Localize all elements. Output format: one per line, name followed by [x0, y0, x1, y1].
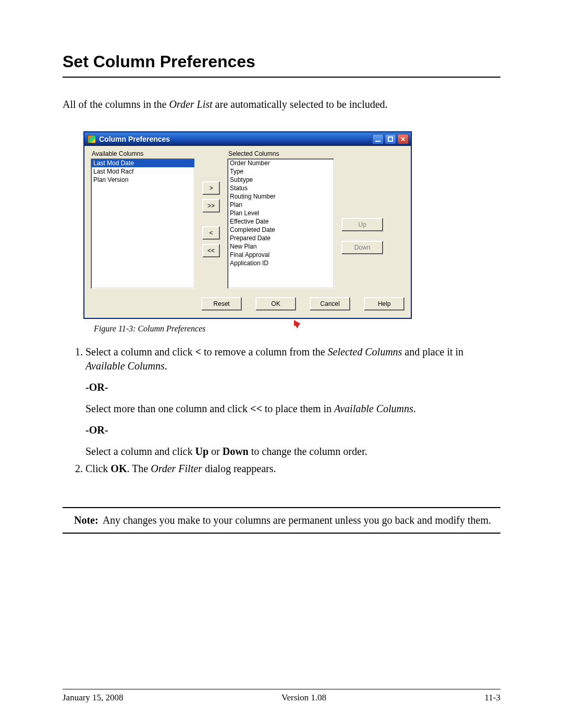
t: to remove a column from the: [201, 346, 328, 357]
t: Up: [195, 446, 209, 457]
note-block: Note: Any changes you make to your colum…: [63, 514, 500, 526]
heading-rule: [63, 77, 500, 78]
help-button[interactable]: Help: [364, 297, 405, 311]
t: <: [195, 346, 201, 357]
window-maximize-button[interactable]: [385, 134, 396, 144]
list-item[interactable]: New Plan: [228, 242, 334, 251]
intro-paragraph: All of the columns in the Order List are…: [63, 98, 500, 110]
move-left-button[interactable]: <: [202, 226, 220, 240]
list-item[interactable]: Subtype: [228, 176, 334, 184]
note-text: Any changes you make to your columns are…: [103, 514, 500, 526]
move-right-button[interactable]: >: [202, 181, 220, 195]
list-item[interactable]: Plan Level: [228, 209, 334, 217]
footer-page: 11-3: [484, 693, 500, 703]
list-item[interactable]: Effective Date: [228, 217, 334, 226]
t: Down: [223, 446, 249, 457]
or-divider-2: -OR-: [85, 423, 500, 437]
t: to place them in: [262, 403, 334, 414]
list-item[interactable]: Plan Version: [91, 176, 194, 184]
t: Select a column and click: [85, 446, 195, 457]
ok-button[interactable]: OK: [255, 297, 296, 311]
note-label: Note:: [74, 514, 99, 526]
move-up-button[interactable]: Up: [341, 218, 383, 231]
step-2: Click OK. The Order Filter dialog reappe…: [85, 462, 500, 476]
note-rule-top: [63, 507, 500, 508]
t: Order Filter: [151, 463, 202, 474]
alt-step-1: Select more than one column and click <<…: [85, 402, 500, 416]
dialog-title: Column Preferences: [99, 135, 372, 143]
t: Click: [85, 463, 111, 474]
window-close-button[interactable]: [397, 134, 409, 144]
move-all-right-button[interactable]: >>: [202, 199, 220, 213]
t: . The: [127, 463, 151, 474]
move-down-button[interactable]: Down: [341, 241, 383, 254]
available-columns-listbox[interactable]: Last Mod DateLast Mod RacfPlan Version: [91, 158, 195, 289]
page-footer: January 15, 2008 Version 1.08 11-3: [63, 689, 500, 703]
t: to change the column order.: [249, 446, 368, 457]
list-item[interactable]: Last Mod Date: [91, 159, 194, 167]
or-divider: -OR-: [85, 380, 500, 394]
t: or: [209, 446, 223, 457]
available-columns-label: Available Columns: [92, 150, 195, 157]
figure-caption: Figure 11-3: Column Preferences: [94, 324, 500, 334]
instructions: Select a column and click < to remove a …: [63, 345, 500, 476]
intro-text-b: are automatically selected to be include…: [213, 98, 388, 110]
list-item[interactable]: Routing Number: [228, 192, 334, 201]
list-item[interactable]: Plan: [228, 201, 334, 209]
note-rule-bottom: [63, 533, 500, 534]
titlebar[interactable]: Column Preferences: [84, 132, 411, 146]
step-1: Select a column and click < to remove a …: [85, 345, 500, 373]
footer-version: Version 1.08: [282, 693, 326, 703]
alt-step-2: Select a column and click Up or Down to …: [85, 445, 500, 459]
t: Selected Columns: [328, 346, 402, 357]
t: Available Columns: [85, 360, 165, 372]
list-item[interactable]: Type: [228, 167, 334, 176]
list-item[interactable]: Order Number: [228, 159, 334, 167]
column-preferences-dialog: Column Preferences Available Columns Las…: [83, 131, 412, 319]
list-item[interactable]: Prepared Date: [228, 234, 334, 242]
t: Select a column and click: [85, 346, 195, 357]
list-item[interactable]: Completed Date: [228, 226, 334, 234]
reset-button[interactable]: Reset: [201, 297, 242, 311]
intro-text-a: All of the columns in the: [63, 98, 169, 110]
selected-columns-listbox[interactable]: Order NumberTypeSubtypeStatusRouting Num…: [227, 158, 334, 289]
list-item[interactable]: Application ID: [228, 259, 334, 267]
window-minimize-button[interactable]: [372, 134, 384, 144]
move-all-left-button[interactable]: <<: [202, 244, 220, 257]
selected-columns-label: Selected Columns: [228, 150, 334, 157]
app-icon: [88, 135, 96, 143]
t: OK: [111, 463, 127, 474]
t: .: [413, 403, 416, 414]
intro-italic: Order List: [169, 98, 212, 110]
t: Select more than one column and click: [85, 403, 250, 414]
footer-date: January 15, 2008: [63, 693, 124, 703]
cancel-button[interactable]: Cancel: [310, 297, 350, 311]
list-item[interactable]: Status: [228, 184, 334, 192]
t: .: [165, 360, 167, 372]
t: <<: [250, 403, 262, 414]
list-item[interactable]: Last Mod Racf: [91, 167, 194, 176]
t: and place it in: [402, 346, 463, 357]
page-title: Set Column Preferences: [63, 52, 500, 71]
list-item[interactable]: Final Approval: [228, 251, 334, 259]
t: dialog reappears.: [202, 463, 276, 474]
t: Available Columns: [334, 403, 413, 414]
